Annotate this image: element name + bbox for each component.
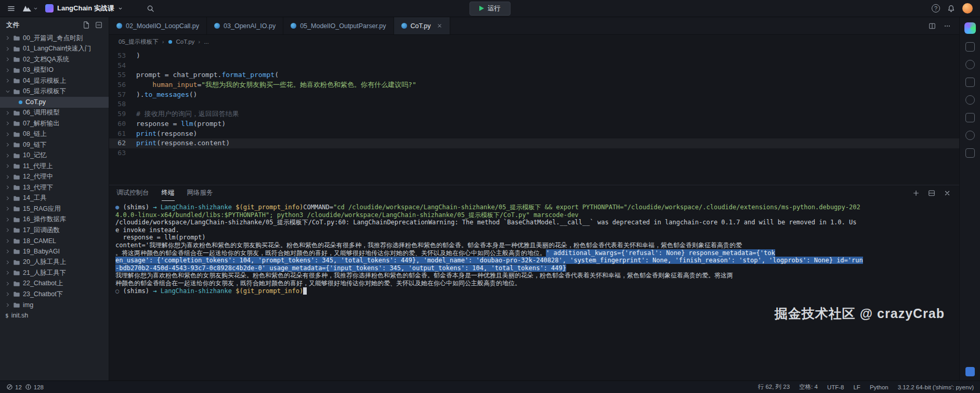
remote-panel-icon[interactable] xyxy=(965,367,975,376)
tree-item-01_LangChain快速入门[interactable]: 01_LangChain快速入门 xyxy=(0,44,109,55)
tree-item-10_记忆[interactable]: 10_记忆 xyxy=(0,150,109,161)
tree-item-14_工具[interactable]: 14_工具 xyxy=(0,193,109,204)
tree-item-06_调用模型[interactable]: 06_调用模型 xyxy=(0,108,109,119)
tree-item-init.sh[interactable]: $init.sh xyxy=(0,310,109,321)
tree-item-02_文档QA系统[interactable]: 02_文档QA系统 xyxy=(0,54,109,65)
tree-item-04_提示模板上[interactable]: 04_提示模板上 xyxy=(0,75,109,86)
tab-03_OpenAI_IO.py[interactable]: 03_OpenAI_IO.py xyxy=(207,17,283,34)
tree-item-21_人脉工具下[interactable]: 21_人脉工具下 xyxy=(0,268,109,278)
file-label: 09_链下 xyxy=(23,141,47,149)
tree-item-00_开篇词_奇点时刻[interactable]: 00_开篇词_奇点时刻 xyxy=(0,33,109,44)
terminal-output[interactable]: ● (shims) → LangChain-shizhanke $(git_pr… xyxy=(109,201,959,381)
search-icon[interactable] xyxy=(147,5,154,12)
run-button[interactable]: 运行 xyxy=(469,2,511,16)
file-tree: 00_开篇词_奇点时刻01_LangChain快速入门02_文档QA系统03_模… xyxy=(0,33,109,321)
tree-item-23_Chatbot下[interactable]: 23_Chatbot下 xyxy=(0,289,109,300)
code-line-62[interactable]: 62print(response.content) xyxy=(109,138,959,148)
tab-05_ModelIO_OutputParser.py[interactable]: 05_ModelIO_OutputParser.py xyxy=(283,17,394,34)
code-line-57[interactable]: 57).to_messages() xyxy=(109,90,959,100)
tree-item-17_回调函数[interactable]: 17_回调函数 xyxy=(0,225,109,236)
tree-item-03_模型IO[interactable]: 03_模型IO xyxy=(0,65,109,76)
bell-icon[interactable] xyxy=(947,5,955,12)
panel-tab-网络服务[interactable]: 网络服务 xyxy=(187,185,213,201)
tab-label: 02_ModelIO_LoopCall.py xyxy=(126,22,199,30)
folder-icon xyxy=(13,152,20,159)
breadcrumb-item[interactable]: CoT.py xyxy=(176,39,195,45)
status-item[interactable]: 行 62, 列 23 xyxy=(758,383,790,391)
folder-icon xyxy=(13,205,20,212)
file-label: 05_提示模板下 xyxy=(23,87,66,96)
menu-icon[interactable] xyxy=(7,5,15,12)
panel-tab-终端[interactable]: 终端 xyxy=(162,185,175,201)
split-editor-icon[interactable] xyxy=(929,22,936,30)
code-line-58[interactable]: 58 xyxy=(109,99,959,109)
code-line-56[interactable]: 56 human_input="我想为我的女朋友购买一些花。她喜欢粉色和紫色。你… xyxy=(109,80,959,90)
project-title: LangChain 实战课 xyxy=(57,4,114,13)
status-item[interactable]: Python xyxy=(870,384,888,390)
tree-item-20_人脉工具上[interactable]: 20_人脉工具上 xyxy=(0,257,109,268)
ai-assistant-icon[interactable] xyxy=(964,22,976,34)
code-line-63[interactable]: 63 xyxy=(109,148,959,158)
file-label: 21_人脉工具下 xyxy=(23,269,66,277)
extensions-icon[interactable] xyxy=(965,113,975,122)
tree-item-16_操作数据库[interactable]: 16_操作数据库 xyxy=(0,214,109,225)
help-icon[interactable] xyxy=(932,4,940,12)
editor-tabbar: 02_ModelIO_LoopCall.py03_OpenAI_IO.py05_… xyxy=(109,17,959,35)
status-item[interactable]: 空格: 4 xyxy=(799,383,818,391)
file-label: 02_文档QA系统 xyxy=(23,55,69,64)
tree-item-05_提示模板下[interactable]: 05_提示模板下 xyxy=(0,86,109,97)
tab-02_ModelIO_LoopCall.py[interactable]: 02_ModelIO_LoopCall.py xyxy=(109,17,207,34)
tree-item-09_链下[interactable]: 09_链下 xyxy=(0,140,109,150)
new-file-icon[interactable] xyxy=(83,21,90,29)
preview-icon[interactable] xyxy=(965,42,975,52)
tree-item-18_CAMEL[interactable]: 18_CAMEL xyxy=(0,236,109,247)
code-line-54[interactable]: 54 xyxy=(109,61,959,71)
more-actions-icon[interactable] xyxy=(944,22,951,30)
close-icon[interactable] xyxy=(437,23,442,29)
editor-tabs: 02_ModelIO_LoopCall.py03_OpenAI_IO.py05_… xyxy=(109,17,450,34)
avatar[interactable] xyxy=(962,3,973,14)
code-line-59[interactable]: 59# 接收用户的询问，返回回答结果 xyxy=(109,109,959,119)
tree-item-22_Chatbot上[interactable]: 22_Chatbot上 xyxy=(0,278,109,289)
file-label: 15_RAG应用 xyxy=(23,205,61,213)
status-item[interactable]: LF xyxy=(853,384,860,390)
tree-item-12_代理中[interactable]: 12_代理中 xyxy=(0,172,109,183)
new-terminal-icon[interactable] xyxy=(912,189,920,197)
code-line-60[interactable]: 60response = llm(prompt) xyxy=(109,119,959,129)
chat-icon[interactable] xyxy=(965,148,975,158)
status-item[interactable]: UTF-8 xyxy=(827,384,844,390)
code-text: print(response) xyxy=(136,129,197,139)
tree-item-13_代理下[interactable]: 13_代理下 xyxy=(0,182,109,193)
notebook-icon[interactable] xyxy=(965,78,975,87)
tree-item-19_BabyAGI[interactable]: 19_BabyAGI xyxy=(0,246,109,257)
breadcrumb-item[interactable]: ... xyxy=(204,39,209,45)
line-number: 60 xyxy=(109,119,136,129)
project-switcher[interactable]: LangChain 实战课 xyxy=(45,4,123,13)
code-editor[interactable]: 53)5455prompt = chat_prompt.format_promp… xyxy=(109,48,959,185)
code-line-61[interactable]: 61print(response) xyxy=(109,129,959,139)
line-number: 56 xyxy=(109,80,136,90)
marscode-logo-icon[interactable] xyxy=(22,5,38,12)
tab-CoT.py[interactable]: CoT.py xyxy=(394,17,451,34)
split-panel-icon[interactable] xyxy=(928,189,935,197)
tabbar-actions xyxy=(929,17,959,34)
tree-item-07_解析输出[interactable]: 07_解析输出 xyxy=(0,118,109,129)
error-icon xyxy=(6,384,13,390)
tree-item-08_链上[interactable]: 08_链上 xyxy=(0,129,109,140)
code-line-55[interactable]: 55prompt = chat_prompt.format_prompt( xyxy=(109,70,959,80)
breadcrumb-item[interactable]: 05_提示模板下 xyxy=(119,38,159,46)
tree-item-img[interactable]: img xyxy=(0,300,109,311)
tree-item-15_RAG应用[interactable]: 15_RAG应用 xyxy=(0,204,109,214)
database-icon[interactable] xyxy=(965,131,975,140)
tree-item-11_代理上[interactable]: 11_代理上 xyxy=(0,161,109,172)
search-tool-icon[interactable] xyxy=(965,60,975,69)
status-item[interactable]: 3.12.2 64-bit ('shims': pyenv) xyxy=(898,384,974,390)
line-number: 59 xyxy=(109,109,136,119)
panel-tab-调试控制台[interactable]: 调试控制台 xyxy=(116,185,149,201)
run-tool-icon[interactable] xyxy=(965,95,975,105)
close-panel-icon[interactable] xyxy=(944,189,951,197)
tree-item-CoT.py[interactable]: CoT.py xyxy=(0,97,109,108)
problems-indicator[interactable]: 12 128 xyxy=(6,384,44,390)
code-line-53[interactable]: 53) xyxy=(109,51,959,61)
collapse-all-icon[interactable] xyxy=(95,21,102,29)
